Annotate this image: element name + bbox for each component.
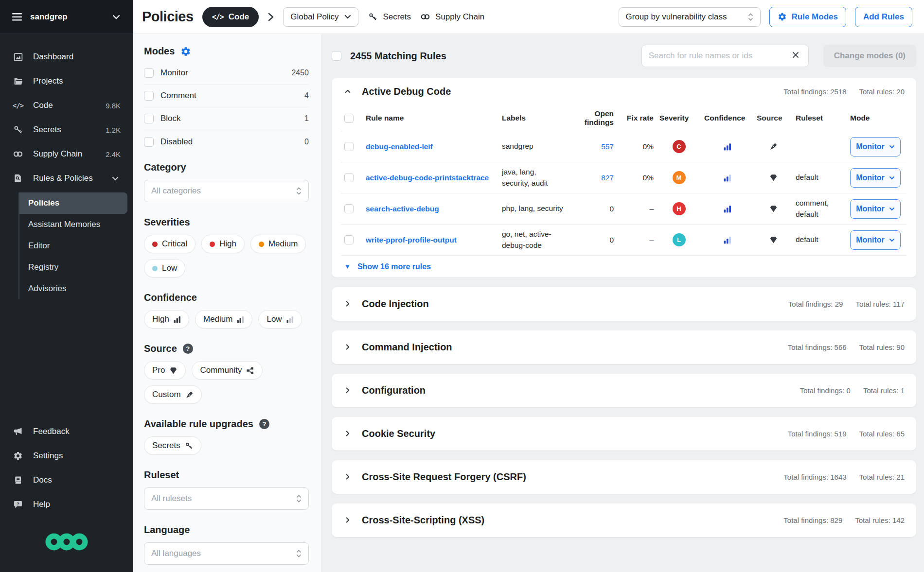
help-circle-icon[interactable]: ?	[259, 419, 269, 429]
code-icon: </>	[212, 13, 224, 21]
total-findings: Total findings: 829	[783, 516, 842, 524]
group-header[interactable]: Cross-Site Request Forgery (CSRF) Total …	[332, 460, 916, 494]
group-header[interactable]: Cross-Site-Scripting (XSS) Total finding…	[332, 503, 916, 537]
severity-chip-high[interactable]: High	[201, 235, 245, 253]
total-findings: Total findings: 566	[788, 343, 847, 351]
confidence-chip-low[interactable]: Low	[258, 310, 302, 329]
supply-chain-count-badge: 2.4K	[106, 150, 121, 158]
pro-gem-icon	[769, 205, 778, 213]
org-name: sandgrep	[30, 12, 103, 22]
low-dot-icon	[152, 266, 158, 271]
show-more-rules-button[interactable]: ▼ Show 16 more rules	[341, 255, 906, 277]
sidebar-item-projects[interactable]: Projects	[0, 69, 133, 93]
sidebar-item-help[interactable]: Help	[0, 492, 133, 517]
total-rules: Total rules: 142	[855, 516, 905, 524]
hamburger-menu-icon[interactable]	[12, 12, 22, 22]
checkbox[interactable]	[144, 91, 154, 101]
add-rules-button[interactable]: Add Rules	[855, 7, 912, 27]
help-circle-icon[interactable]: ?	[183, 344, 193, 354]
sidebar-item-secrets[interactable]: Secrets 1.2K	[0, 118, 133, 142]
open-findings: 0	[568, 201, 617, 217]
group-header[interactable]: Command Injection Total findings: 566 To…	[332, 330, 916, 364]
change-modes-button[interactable]: Change modes (0)	[823, 45, 916, 67]
confidence-chip-high[interactable]: High	[144, 310, 189, 329]
product-tab-secrets[interactable]: Secrets	[367, 12, 411, 22]
group-title: Active Debug Code	[362, 86, 451, 97]
rule-name-link[interactable]: write-pprof-profile-output	[366, 236, 457, 244]
severity-chip-critical[interactable]: Critical	[144, 235, 195, 253]
row-checkbox[interactable]	[344, 173, 354, 182]
table-header-row: Rule name Labels Open findings Fix rate …	[341, 105, 906, 131]
upgrade-chip-secrets[interactable]: Secrets	[144, 436, 201, 455]
modes-settings-gear-icon[interactable]	[180, 46, 191, 57]
mode-dropdown[interactable]: Monitor	[850, 168, 901, 188]
row-checkbox[interactable]	[344, 204, 354, 213]
product-tab-code[interactable]: </> Code	[202, 7, 259, 27]
rule-name-link[interactable]: active-debug-code-printstacktrace	[366, 173, 489, 182]
category-select[interactable]: All categories	[144, 180, 309, 202]
row-checkbox[interactable]	[344, 235, 354, 244]
language-select[interactable]: All languages	[144, 542, 309, 565]
sidebar-subitem-registry[interactable]: Registry	[19, 257, 127, 278]
help-bubble-icon	[13, 499, 23, 510]
sidebar-subitem-editor[interactable]: Editor	[19, 235, 127, 257]
group-header[interactable]: Active Debug Code Total findings: 2518 T…	[332, 78, 916, 105]
sidebar-item-rules-policies[interactable]: Rules & Policies	[0, 166, 133, 191]
source-chip-community[interactable]: Community	[192, 361, 263, 380]
chevron-down-icon	[344, 15, 351, 19]
group-by-select[interactable]: Group by vulnerability class	[619, 7, 761, 27]
product-tab-supply-chain[interactable]: Supply Chain	[420, 12, 484, 22]
vuln-group-configuration: Configuration Total findings: 0 Total ru…	[332, 374, 916, 407]
policy-select[interactable]: Global Policy	[283, 7, 358, 27]
group-header[interactable]: Code Injection Total findings: 29 Total …	[332, 287, 916, 321]
vuln-group-command-injection: Command Injection Total findings: 566 To…	[332, 330, 916, 364]
row-checkbox[interactable]	[344, 142, 354, 151]
source-chip-pro[interactable]: Pro	[144, 361, 186, 380]
clear-search-icon[interactable]	[792, 51, 801, 61]
org-switcher[interactable]: sandgrep	[0, 0, 133, 34]
sidebar-subitem-assistant-memories[interactable]: Assistant Memories	[19, 214, 127, 235]
sidebar-item-supply-chain[interactable]: Supply Chain 2.4K	[0, 142, 133, 166]
total-findings: Total findings: 2518	[783, 87, 846, 96]
checkbox[interactable]	[144, 114, 154, 123]
code-count-badge: 9.8K	[106, 102, 121, 110]
total-findings: Total findings: 1643	[783, 473, 846, 481]
rule-name-link[interactable]: debug-enabled-leif	[366, 142, 433, 151]
mode-dropdown[interactable]: Monitor	[850, 199, 901, 219]
rule-search-input[interactable]	[649, 51, 788, 61]
confidence-chip-medium[interactable]: Medium	[195, 310, 252, 329]
mode-dropdown[interactable]: Monitor	[850, 137, 901, 156]
open-findings-link[interactable]: 827	[601, 173, 614, 182]
checkbox[interactable]	[144, 137, 154, 147]
checkbox[interactable]	[144, 68, 154, 78]
custom-pen-icon	[769, 142, 778, 151]
mode-filter-block[interactable]: Block 1	[144, 107, 309, 130]
sidebar-item-feedback[interactable]: Feedback	[0, 419, 133, 444]
vuln-group-csrf: Cross-Site Request Forgery (CSRF) Total …	[332, 460, 916, 494]
severity-chip-medium[interactable]: Medium	[250, 235, 306, 253]
rule-name-link[interactable]: search-active-debug	[366, 205, 439, 213]
chevron-down-icon	[110, 173, 121, 184]
triangle-down-icon: ▼	[344, 263, 351, 270]
group-select-checkbox[interactable]	[344, 114, 354, 123]
sidebar-subitem-policies[interactable]: Policies	[19, 192, 127, 214]
open-findings-link[interactable]: 557	[601, 142, 614, 151]
sidebar-item-code[interactable]: </> Code 9.8K	[0, 93, 133, 118]
source-chip-custom[interactable]: Custom	[144, 385, 202, 404]
severity-chip-low[interactable]: Low	[144, 259, 185, 277]
group-header[interactable]: Configuration Total findings: 0 Total ru…	[332, 374, 916, 407]
mode-dropdown[interactable]: Monitor	[850, 230, 901, 250]
filter-panel: Modes Monitor 2450 Comment 4	[133, 34, 322, 572]
confidence-medium-icon	[724, 236, 731, 244]
sidebar-item-docs[interactable]: Docs	[0, 468, 133, 492]
group-header[interactable]: Cookie Security Total findings: 519 Tota…	[332, 417, 916, 451]
mode-filter-comment[interactable]: Comment 4	[144, 85, 309, 107]
mode-filter-disabled[interactable]: Disabled 0	[144, 130, 309, 153]
select-all-checkbox[interactable]	[332, 51, 341, 61]
sidebar-item-dashboard[interactable]: Dashboard	[0, 45, 133, 69]
sidebar-subitem-advisories[interactable]: Advisories	[19, 278, 127, 299]
sidebar-item-settings[interactable]: Settings	[0, 444, 133, 468]
rule-modes-button[interactable]: Rule Modes	[769, 7, 846, 27]
mode-filter-monitor[interactable]: Monitor 2450	[144, 62, 309, 85]
ruleset-select[interactable]: All rulesets	[144, 487, 309, 510]
